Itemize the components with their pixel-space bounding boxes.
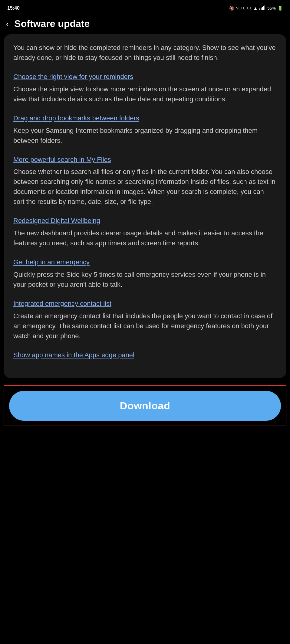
page-header: ‹ Software update	[0, 15, 290, 34]
signal-bars	[259, 5, 265, 11]
feature-desc-0: Choose the simple view to show more remi…	[13, 84, 277, 104]
feature-title-2[interactable]: More powerful search in My Files	[13, 155, 277, 165]
back-button[interactable]: ‹	[6, 20, 9, 28]
svg-rect-3	[263, 6, 264, 10]
feature-item: Show app names in the Apps edge panel	[13, 351, 277, 360]
download-button[interactable]: Download	[9, 391, 281, 421]
feature-title-1[interactable]: Drag and drop bookmarks between folders	[13, 114, 277, 123]
feature-item: Redesigned Digital WellbeingThe new dash…	[13, 216, 277, 248]
battery-label: 55%	[267, 6, 276, 11]
feature-desc-3: The new dashboard provides clearer usage…	[13, 228, 277, 248]
page-title: Software update	[14, 18, 90, 29]
feature-item: More powerful search in My FilesChoose w…	[13, 155, 277, 207]
intro-text: You can show or hide the completed remin…	[13, 43, 277, 63]
status-time: 15:40	[7, 5, 20, 11]
feature-item: Get help in an emergencyQuickly press th…	[13, 258, 277, 289]
svg-rect-1	[261, 8, 262, 10]
battery-icon: 🔋	[278, 6, 283, 11]
feature-item: Integrated emergency contact listCreate …	[13, 299, 277, 341]
status-icons: 🔇 VOl LTE1 ▲ 55% 🔋	[229, 5, 283, 11]
feature-title-3[interactable]: Redesigned Digital Wellbeing	[13, 216, 277, 226]
feature-title-5[interactable]: Integrated emergency contact list	[13, 299, 277, 309]
svg-rect-2	[262, 7, 263, 10]
feature-title-0[interactable]: Choose the right view for your reminders	[13, 72, 277, 82]
svg-rect-4	[264, 5, 265, 10]
download-area: Download	[4, 385, 286, 426]
feature-item: Choose the right view for your reminders…	[13, 72, 277, 104]
feature-title-6[interactable]: Show app names in the Apps edge panel	[13, 351, 277, 360]
feature-desc-5: Create an emergency contact list that in…	[13, 311, 277, 341]
feature-desc-4: Quickly press the Side key 5 times to ca…	[13, 270, 277, 289]
status-bar: 15:40 🔇 VOl LTE1 ▲ 55% 🔋	[0, 0, 290, 15]
feature-desc-2: Choose whether to search all files or on…	[13, 167, 277, 207]
feature-title-4[interactable]: Get help in an emergency	[13, 258, 277, 267]
network-label: VOl LTE1	[236, 6, 252, 10]
mute-icon: 🔇	[229, 6, 234, 11]
feature-desc-1: Keep your Samsung Internet bookmarks org…	[13, 126, 277, 145]
signal-icon: ▲	[253, 6, 258, 11]
svg-rect-0	[259, 8, 260, 10]
features-list: Choose the right view for your reminders…	[13, 72, 277, 360]
feature-item: Drag and drop bookmarks between foldersK…	[13, 114, 277, 145]
content-card: You can show or hide the completed remin…	[4, 34, 286, 378]
